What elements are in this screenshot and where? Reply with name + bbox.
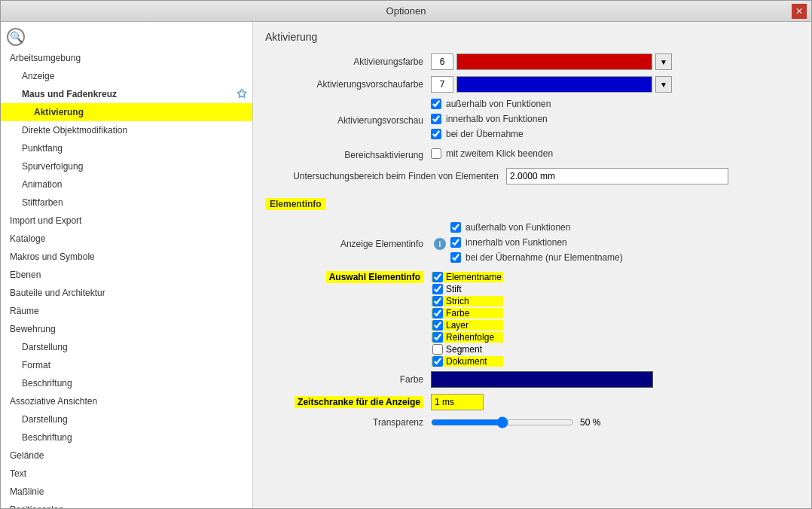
- anzeige-elementinfo-cb3-row: bei der Übernahme (nur Elementname): [450, 252, 623, 263]
- sidebar-item-ebenen[interactable]: Ebenen: [1, 266, 252, 284]
- auswahl-cb-elementname-input[interactable]: [432, 272, 443, 282]
- aktivierungsvorschaufarbe-dropdown[interactable]: ▼: [655, 76, 672, 93]
- aktivierungsfarbe-number[interactable]: [431, 53, 453, 70]
- sidebar-item-bewehrung[interactable]: Bewehrung: [1, 320, 252, 338]
- anzeige-elementinfo-cb1[interactable]: [450, 222, 461, 233]
- auswahl-cb-dokument: Dokument: [431, 356, 503, 367]
- sidebar-item-bauteile-architektur[interactable]: Bauteile und Architektur: [1, 284, 252, 302]
- bereichsaktivierung-label: Bereichsaktivierung: [265, 150, 431, 160]
- auswahl-cb-farbe-label: Farbe: [446, 308, 469, 319]
- auswahl-cb-reihenfolge: Reihenfolge: [431, 332, 503, 343]
- sidebar-item-animation[interactable]: Animation: [1, 175, 252, 194]
- sidebar-item-beschriftung-ass[interactable]: Beschriftung: [1, 428, 252, 447]
- auswahl-elementinfo-label: Auswahl Elementinfo: [326, 271, 423, 283]
- auswahl-cb-dokument-label: Dokument: [446, 356, 487, 367]
- zeitschranke-input[interactable]: [431, 394, 484, 410]
- aktivierungsvorschaufarbe-number[interactable]: [431, 76, 453, 93]
- aktivierungsvorschau-cb3-row: bei der Übernahme: [431, 129, 551, 139]
- aktivierungsvorschau-label: Aktivierungsvorschau: [265, 115, 431, 126]
- sidebar-item-darstellung-ass[interactable]: Darstellung: [1, 410, 252, 428]
- title-bar: Optionen ✕: [1, 1, 811, 22]
- auswahl-cb-segment: Segment: [431, 344, 503, 355]
- aktivierungsvorschau-cb2[interactable]: [431, 114, 441, 124]
- zeitschranke-label: Zeitschranke für die Anzeige: [295, 396, 423, 408]
- anzeige-elementinfo-cb3-label: bei der Übernahme (nur Elementname): [466, 252, 623, 263]
- sidebar-item-stiftfarben[interactable]: Stiftfarben: [1, 194, 252, 212]
- content-area: 🔍 Arbeitsumgebung Anzeige Maus und Faden…: [1, 22, 811, 508]
- auswahl-cb-strich: Strich: [431, 296, 503, 306]
- untersuchungsbereich-label: Untersuchungsbereich beim Finden von Ele…: [265, 171, 506, 181]
- auswahl-cb-stift-label: Stift: [446, 284, 462, 294]
- aktivierungsvorschau-cb3[interactable]: [431, 129, 441, 139]
- auswahl-cb-segment-input[interactable]: [432, 344, 443, 355]
- aktivierungsvorschau-row: Aktivierungsvorschau außerhalb von Funkt…: [265, 99, 799, 142]
- aktivierungsfarbe-swatch: [456, 53, 652, 70]
- auswahl-cb-farbe-input[interactable]: [432, 308, 443, 319]
- aktivierungsfarbe-row: Aktivierungsfarbe ▼: [265, 53, 799, 70]
- sidebar-item-positionsplan[interactable]: Positionsplan: [1, 501, 252, 508]
- auswahl-cb-reihenfolge-input[interactable]: [432, 332, 443, 343]
- star-icon: ✩: [237, 87, 246, 102]
- anzeige-elementinfo-cb3[interactable]: [450, 252, 461, 263]
- anzeige-elementinfo-cb1-row: außerhalb von Funktionen: [450, 222, 623, 233]
- auswahl-cb-farbe: Farbe: [431, 308, 503, 319]
- auswahl-cb-dokument-input[interactable]: [432, 356, 443, 367]
- bereichsaktivierung-cb-label: mit zweitem Klick beenden: [446, 148, 553, 159]
- anzeige-elementinfo-cb2[interactable]: [450, 237, 461, 248]
- auswahl-cb-stift: Stift: [431, 284, 503, 294]
- sidebar-item-arbeitsumgebung[interactable]: Arbeitsumgebung: [1, 49, 252, 67]
- auswahl-cb-layer-input[interactable]: [432, 320, 443, 331]
- auswahl-elementinfo-label-container: Auswahl Elementinfo: [265, 272, 431, 282]
- aktivierungsvorschau-cb1[interactable]: [431, 99, 441, 109]
- sidebar-item-format[interactable]: Format: [1, 356, 252, 374]
- sidebar-item-aktivierung[interactable]: Aktivierung: [1, 103, 252, 121]
- elementinfo-header: Elementinfo: [265, 198, 326, 210]
- untersuchungsbereich-input[interactable]: [506, 168, 728, 184]
- anzeige-elementinfo-cb2-row: innerhalb von Funktionen: [450, 237, 623, 248]
- zeitschranke-label-container: Zeitschranke für die Anzeige: [265, 397, 431, 407]
- search-icon[interactable]: 🔍: [7, 28, 25, 46]
- auswahl-cb-strich-input[interactable]: [432, 296, 443, 306]
- sidebar-item-import-export[interactable]: Import und Export: [1, 212, 252, 230]
- bereichsaktivierung-cb[interactable]: [431, 148, 441, 159]
- sidebar-item-raume[interactable]: Räume: [1, 302, 252, 320]
- auswahl-cb-stift-input[interactable]: [432, 284, 443, 294]
- panel-title: Aktivierung: [265, 31, 799, 43]
- bereichsaktivierung-row: Bereichsaktivierung mit zweitem Klick be…: [265, 148, 799, 162]
- sidebar-item-punktfang[interactable]: Punktfang: [1, 139, 252, 157]
- farbe-row: Farbe: [265, 371, 799, 388]
- zeitschranke-row: Zeitschranke für die Anzeige: [265, 394, 799, 410]
- transparenz-value: 50 %: [580, 417, 600, 428]
- window-title: Optionen: [20, 5, 792, 17]
- sidebar-search-row: 🔍: [1, 25, 252, 49]
- aktivierungsvorschau-cb3-label: bei der Übernahme: [446, 129, 524, 139]
- aktivierungsvorschaufarbe-row: Aktivierungsvorschaufarbe ▼: [265, 76, 799, 93]
- sidebar-item-assoziative-ansichten[interactable]: Assoziative Ansichten: [1, 392, 252, 410]
- sidebar-item-text[interactable]: Text: [1, 465, 252, 483]
- sidebar-item-makros-symbole[interactable]: Makros und Symbole: [1, 248, 252, 266]
- sidebar-item-masslinie[interactable]: Maßlinie: [1, 483, 252, 501]
- sidebar-item-gelande[interactable]: Gelände: [1, 447, 252, 465]
- auswahl-elementinfo-checkboxes: Elementname Stift Strich F: [431, 272, 503, 367]
- sidebar-item-spurverfolgung[interactable]: Spurverfolgung: [1, 157, 252, 175]
- sidebar-item-maus-fadenkreuz[interactable]: Maus und Fadenkreuz ✩: [1, 85, 252, 103]
- sidebar-item-darstellung-bew[interactable]: Darstellung: [1, 338, 252, 356]
- sidebar-item-direkte-objektmod[interactable]: Direkte Objektmodifikation: [1, 121, 252, 139]
- anzeige-elementinfo-cb1-label: außerhalb von Funktionen: [466, 222, 570, 233]
- close-button[interactable]: ✕: [792, 4, 807, 19]
- sidebar: 🔍 Arbeitsumgebung Anzeige Maus und Faden…: [1, 22, 253, 508]
- aktivierungsfarbe-label: Aktivierungsfarbe: [265, 56, 431, 67]
- farbe-swatch: [431, 371, 653, 388]
- aktivierungsvorschaufarbe-control: ▼: [431, 76, 672, 93]
- transparenz-slider[interactable]: [431, 416, 574, 428]
- sidebar-item-anzeige[interactable]: Anzeige: [1, 67, 252, 85]
- sidebar-item-beschriftung-bew[interactable]: Beschriftung: [1, 374, 252, 392]
- farbe-label: Farbe: [265, 374, 431, 385]
- info-icon[interactable]: i: [434, 238, 446, 250]
- sidebar-item-kataloge[interactable]: Kataloge: [1, 230, 252, 248]
- auswahl-cb-strich-label: Strich: [446, 296, 469, 306]
- main-panel: Aktivierung Aktivierungsfarbe ▼ Aktivier…: [253, 22, 811, 508]
- anzeige-elementinfo-label: Anzeige Elementinfo: [265, 239, 431, 249]
- main-window: Optionen ✕ 🔍 Arbeitsumgebung Anzeige Mau…: [0, 0, 812, 509]
- aktivierungsfarbe-dropdown[interactable]: ▼: [655, 53, 672, 70]
